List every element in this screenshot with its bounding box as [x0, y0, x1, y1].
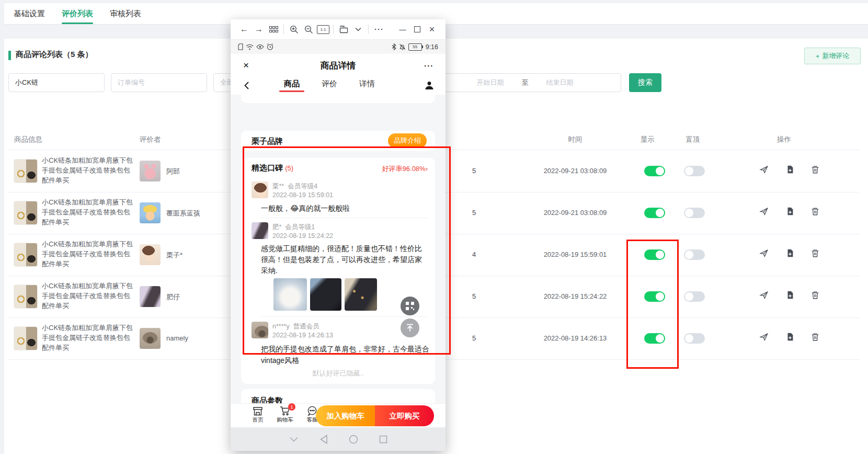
trash-icon[interactable]	[810, 207, 820, 216]
user-icon[interactable]	[425, 81, 434, 90]
product-image	[14, 326, 38, 350]
minimize-window-icon[interactable]: —	[395, 23, 410, 36]
phone-back-chevron-icon[interactable]	[244, 82, 249, 89]
chevron-right-icon: ›	[426, 165, 428, 173]
review-photo[interactable]	[310, 278, 341, 311]
zoom-out-icon[interactable]	[301, 23, 316, 36]
toolbar-separator	[368, 25, 369, 34]
pin-toggle[interactable]	[684, 208, 705, 218]
trash-icon[interactable]	[810, 165, 820, 174]
file-plus-icon[interactable]	[785, 207, 795, 216]
reviews-count: (5)	[285, 164, 293, 172]
file-plus-icon[interactable]	[785, 332, 795, 342]
chevron-down-icon[interactable]	[351, 23, 366, 36]
pin-toggle[interactable]	[684, 249, 705, 260]
review-avatar	[252, 222, 268, 239]
brand-intro-button[interactable]: 品牌介绍	[388, 133, 427, 148]
home-tab[interactable]: 首页	[246, 406, 269, 424]
date-range-input[interactable]: 开始日期 至 结束日期	[429, 73, 621, 92]
search-button[interactable]: 搜索	[629, 73, 661, 92]
tab-review-list[interactable]: 评价列表	[62, 3, 93, 24]
phone-content[interactable]: 栗子品牌 品牌介绍 精选口碑 (5) 好评率96.08%› 栗** 会员等级4 …	[231, 95, 446, 404]
maximize-window-icon[interactable]	[410, 23, 425, 36]
time-value: 2022-08-19 14:26:13	[533, 334, 617, 342]
time-value: 2022-08-19 15:59:01	[533, 251, 617, 258]
phone-tab-product[interactable]: 商品	[284, 79, 300, 89]
product-name: 小CK链条加粗加宽单肩腋下包手提包金属链子改造替换包包配件单买	[42, 197, 135, 227]
cart-tab[interactable]: 购物车 1	[273, 406, 296, 424]
show-toggle[interactable]	[644, 333, 665, 344]
show-toggle[interactable]	[644, 166, 665, 176]
product-params-card: 商品参数 品牌名称 WU WU/W/A/成两琉华	[241, 389, 435, 404]
send-icon[interactable]	[759, 207, 769, 216]
send-icon[interactable]	[759, 290, 769, 300]
android-nav-bar	[231, 427, 446, 451]
tab-audit-list[interactable]: 审核列表	[110, 3, 141, 24]
show-toggle[interactable]	[644, 249, 665, 260]
file-plus-icon[interactable]	[785, 165, 795, 174]
tab-basic-settings[interactable]: 基础设置	[14, 3, 45, 24]
zoom-in-icon[interactable]	[287, 23, 301, 36]
android-back-icon[interactable]	[319, 435, 328, 444]
product-image	[14, 243, 38, 267]
file-plus-icon[interactable]	[785, 290, 795, 300]
review-user: 栗** 会员等级4	[272, 182, 317, 191]
review-avatar	[252, 322, 268, 338]
date-end-placeholder: 结束日期	[546, 78, 574, 87]
trash-icon[interactable]	[810, 290, 820, 300]
reviewer-name: 肥仔	[166, 292, 180, 302]
qr-code-button[interactable]	[401, 297, 419, 315]
reviews-footer-note: 默认好评已隐藏..	[241, 369, 435, 378]
review-date: 2022-08-19 14:26:13	[272, 332, 333, 339]
review-avatar	[252, 181, 268, 198]
good-rate-link[interactable]: 好评率96.08%›	[382, 164, 428, 174]
section-accent-bar	[8, 51, 11, 60]
col-show: 显示	[641, 135, 655, 144]
review-user: n****y 普通会员	[272, 322, 319, 331]
android-recents-icon[interactable]	[379, 435, 387, 444]
add-to-cart-button[interactable]: 加入购物车	[316, 405, 375, 426]
phone-more-icon[interactable]: ⋯	[424, 60, 434, 72]
order-number-input[interactable]: 订单编号	[111, 73, 207, 92]
reviewer-avatar	[140, 202, 161, 223]
date-separator: 至	[522, 78, 529, 87]
trash-icon[interactable]	[810, 248, 820, 258]
trash-icon[interactable]	[810, 332, 820, 342]
keyword-input[interactable]: 小CK链	[8, 73, 105, 92]
pin-toggle[interactable]	[684, 333, 705, 344]
rotate-device-icon[interactable]	[336, 23, 351, 36]
send-icon[interactable]	[759, 165, 769, 174]
reviewer-name: 栗子*	[166, 251, 182, 260]
product-name: 小CK链条加粗加宽单肩腋下包手提包金属链子改造替换包包配件单买	[42, 155, 135, 185]
review-date: 2022-08-19 15:24:22	[272, 232, 333, 240]
back-icon[interactable]: ←	[237, 23, 252, 36]
file-plus-icon[interactable]	[785, 248, 795, 258]
toolbar-separator	[283, 25, 284, 34]
back-to-top-button[interactable]	[401, 319, 419, 337]
pin-toggle[interactable]	[684, 291, 705, 302]
show-toggle[interactable]	[644, 291, 665, 302]
android-home-icon[interactable]	[349, 435, 358, 444]
phone-close-icon[interactable]: ×	[243, 60, 249, 71]
close-window-icon[interactable]: ×	[425, 23, 439, 36]
review-photo[interactable]	[345, 278, 377, 311]
hide-keyboard-icon[interactable]	[289, 437, 299, 442]
phone-tab-review[interactable]: 评价	[322, 79, 337, 89]
send-icon[interactable]	[759, 248, 769, 258]
review-photo[interactable]	[273, 278, 307, 311]
sim-card-icon	[238, 43, 243, 50]
buy-now-button[interactable]: 立即购买	[375, 405, 434, 426]
apps-grid-icon[interactable]	[266, 23, 281, 36]
pin-toggle[interactable]	[684, 166, 705, 176]
review-user: 肥* 会员等级1	[272, 223, 315, 232]
reviewer-avatar	[140, 328, 161, 349]
more-options-icon[interactable]: ⋯	[371, 23, 386, 36]
phone-tab-detail[interactable]: 详情	[359, 79, 375, 89]
forward-icon[interactable]: →	[252, 23, 266, 36]
add-comment-button[interactable]: + 新增评论	[804, 48, 861, 64]
phone-tab-bar: 商品 评价 详情	[231, 77, 446, 95]
send-icon[interactable]	[759, 332, 769, 342]
toolbar-separator	[333, 25, 334, 34]
actual-size-icon[interactable]: 1:1	[316, 23, 330, 36]
show-toggle[interactable]	[644, 208, 665, 218]
